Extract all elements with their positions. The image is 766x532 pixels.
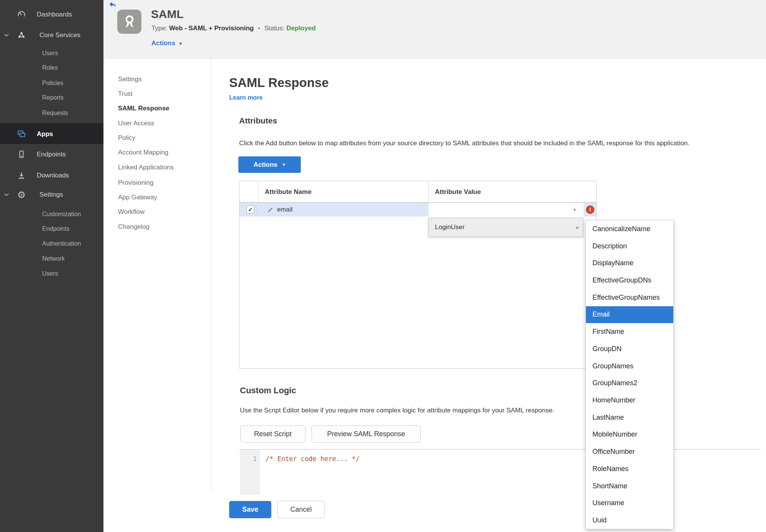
tab-workflow[interactable]: Workflow <box>118 205 195 219</box>
column-header-attribute-value: Attribute Value <box>435 181 481 202</box>
learn-more-link[interactable]: Learn more <box>229 94 262 101</box>
submenu-item[interactable]: Description <box>586 238 673 255</box>
column-divider <box>258 181 259 202</box>
sidebar-label: Customization <box>42 211 81 218</box>
app-header: SAML Type: Web - SAML + Provisioning • S… <box>103 0 766 59</box>
submenu-item[interactable]: HomeNumber <box>586 392 673 409</box>
sidebar-label: Settings <box>39 191 63 199</box>
reset-script-button[interactable]: Reset Script <box>240 425 305 443</box>
sidebar-item-network[interactable]: Network <box>0 253 103 264</box>
submenu-item[interactable]: CanonicalizeName <box>586 220 673 238</box>
type-label: Type: <box>151 25 167 32</box>
cancel-button[interactable]: Cancel <box>277 501 325 518</box>
tab-settings[interactable]: Settings <box>118 72 195 87</box>
sidebar-item-endpoints[interactable]: Endpoints <box>0 149 103 160</box>
chevron-down-icon <box>3 32 10 39</box>
submenu-item[interactable]: EffectiveGroupNames <box>586 289 673 306</box>
submenu-item[interactable]: ShortName <box>586 478 673 495</box>
column-divider <box>257 203 258 217</box>
error-icon: ! <box>586 205 594 214</box>
sidebar-item-apps-active[interactable]: Apps <box>0 123 103 144</box>
sidebar-item-policies[interactable]: Policies <box>0 77 103 89</box>
tab-policy[interactable]: Policy <box>118 131 195 145</box>
menu-item-label: LoginUser <box>435 218 465 236</box>
sidebar-label: Endpoints <box>42 225 69 232</box>
submenu-item[interactable]: Username <box>586 495 673 512</box>
edit-pencil-icon[interactable] <box>267 206 274 213</box>
custom-logic-heading: Custom Logic <box>240 386 296 396</box>
sidebar-label: Network <box>42 255 65 262</box>
sidebar-item-users[interactable]: Users <box>0 48 103 59</box>
tab-provisioning[interactable]: Provisioning <box>118 176 195 190</box>
tab-linked-applications[interactable]: Linked Applications <box>118 160 195 175</box>
tab-app-gateway[interactable]: App Gateway <box>118 190 195 205</box>
sidebar-item-settings[interactable]: ⚙ Settings <box>0 189 103 200</box>
tab-account-mapping[interactable]: Account Mapping <box>118 145 195 160</box>
preview-saml-response-button[interactable]: Preview SAML Response <box>312 425 421 443</box>
device-icon <box>17 150 26 159</box>
sidebar-label: Users <box>42 270 58 277</box>
page-title: SAML Response <box>229 76 329 90</box>
submenu-item[interactable]: DisplayName <box>586 255 673 272</box>
attribute-value-dropdown[interactable]: ▼ <box>428 203 584 217</box>
sidebar-label: Dashboards <box>37 11 72 18</box>
back-arrow-icon[interactable] <box>108 1 117 9</box>
submenu-item[interactable]: GroupDN <box>586 340 673 358</box>
sidebar-label: Downloads <box>37 172 69 179</box>
row-checkbox[interactable]: ✓ <box>246 205 254 213</box>
value-dropdown-menu: LoginUser ▸ <box>428 218 583 237</box>
attributes-description: Click the Add button below to map attrib… <box>239 140 689 147</box>
submenu-item[interactable]: LastName <box>586 409 673 426</box>
submenu-item[interactable]: GroupNames2 <box>586 374 673 392</box>
sidebar-label: Policies <box>42 80 63 87</box>
sidebar-item-reports[interactable]: Reports <box>0 92 103 103</box>
sidebar-item-dashboards[interactable]: Dashboards <box>0 9 103 20</box>
table-row[interactable]: ✓ email ▼ ! <box>239 203 596 217</box>
sidebar-label: Requests <box>42 110 68 117</box>
caret-down-icon: ▼ <box>282 163 286 167</box>
sidebar-label: Users <box>42 50 58 57</box>
sidebar-item-settings-users[interactable]: Users <box>0 268 103 279</box>
sidebar-item-requests[interactable]: Requests <box>0 107 103 119</box>
save-button[interactable]: Save <box>229 501 271 518</box>
sidebar-label: Endpoints <box>37 151 66 158</box>
submenu-item[interactable]: Email <box>586 306 673 323</box>
sidebar-label: Roles <box>42 64 58 71</box>
custom-logic-description: Use the Script Editor below if you requi… <box>240 407 554 414</box>
tab-trust[interactable]: Trust <box>118 87 195 101</box>
submenu-item[interactable]: FirstName <box>586 323 673 340</box>
tab-saml-response[interactable]: SAML Response <box>118 101 195 116</box>
submenu-item[interactable]: EffectiveGroupDNs <box>586 272 673 289</box>
actions-button-label: Actions <box>253 161 277 169</box>
core-services-icon <box>17 31 26 40</box>
sidebar-item-roles[interactable]: Roles <box>0 62 103 74</box>
header-actions-label: Actions <box>151 39 175 47</box>
script-editor[interactable]: 1 /* Enter code here... */ <box>239 449 761 494</box>
nav-divider <box>211 59 211 491</box>
app-meta: Type: Web - SAML + Provisioning • Status… <box>151 25 316 32</box>
sidebar-item-downloads[interactable]: Downloads <box>0 170 103 181</box>
attributes-actions-button[interactable]: Actions▼ <box>238 156 301 173</box>
submenu-arrow-icon: ▸ <box>576 218 579 236</box>
header-actions-menu[interactable]: Actions▼ <box>151 39 183 47</box>
tab-user-access[interactable]: User Access <box>118 116 195 131</box>
sidebar-label: Apps <box>37 124 53 144</box>
editor-gutter: 1 <box>240 450 260 495</box>
type-value: Web - SAML + Provisioning <box>169 25 254 32</box>
submenu-item[interactable]: GroupNames <box>586 358 673 375</box>
submenu-item[interactable]: Uuid <box>586 512 673 529</box>
app-logo <box>117 10 141 34</box>
sidebar-item-settings-endpoints[interactable]: Endpoints <box>0 223 103 235</box>
submenu-item[interactable]: RoleNames <box>586 460 673 478</box>
status-badge: Deployed <box>286 25 316 32</box>
submenu-item[interactable]: OfficeNumber <box>586 443 673 460</box>
gear-icon: ⚙ <box>17 190 26 199</box>
sidebar-item-customization[interactable]: Customization <box>0 209 103 220</box>
app-title: SAML <box>151 8 184 21</box>
editor-code: /* Enter code here... */ <box>266 455 360 463</box>
column-header-attribute-name: Attribute Name <box>265 181 312 202</box>
tab-changelog[interactable]: Changelog <box>118 220 195 234</box>
submenu-item[interactable]: MobileNumber <box>586 426 673 443</box>
sidebar-item-core-services[interactable]: Core Services <box>0 30 103 41</box>
sidebar-item-authentication[interactable]: Authentication <box>0 238 103 250</box>
